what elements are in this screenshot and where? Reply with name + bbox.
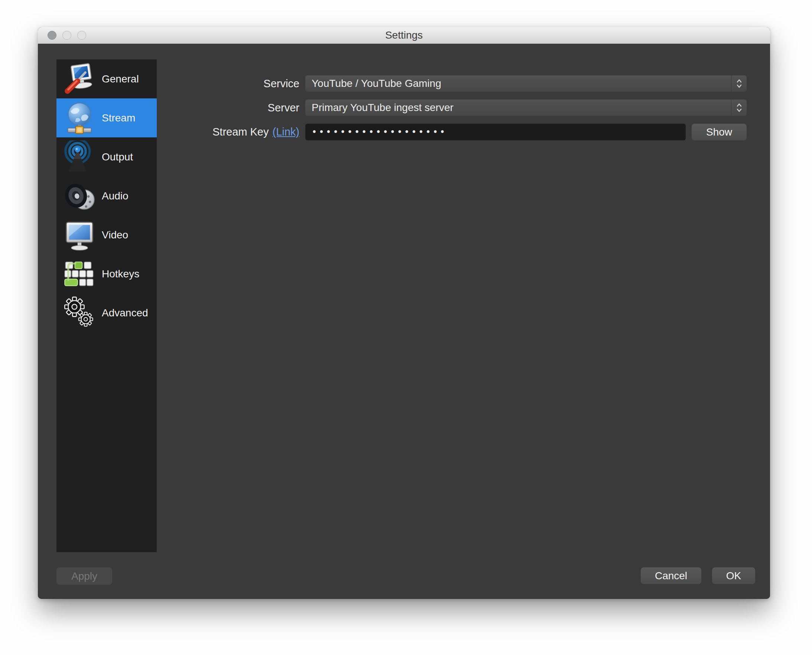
server-dropdown[interactable]: Primary YouTube ingest server bbox=[305, 100, 747, 116]
sidebar-item-video[interactable]: Video bbox=[57, 215, 157, 254]
settings-content: General bbox=[38, 44, 770, 599]
ok-button[interactable]: OK bbox=[712, 567, 755, 584]
cancel-button[interactable]: Cancel bbox=[641, 567, 701, 584]
stream-key-row: Stream Key (Link) Show bbox=[38, 124, 770, 140]
sidebar-item-audio[interactable]: Audio bbox=[57, 176, 157, 215]
window-title: Settings bbox=[385, 29, 423, 41]
stream-key-label: Stream Key bbox=[213, 126, 269, 138]
sidebar-item-hotkeys[interactable]: Hotkeys bbox=[57, 254, 157, 293]
server-row: Server Primary YouTube ingest server bbox=[38, 100, 770, 116]
service-row: Service YouTube / YouTube Gaming bbox=[38, 75, 770, 92]
minimize-icon[interactable] bbox=[62, 31, 71, 40]
service-dropdown[interactable]: YouTube / YouTube Gaming bbox=[305, 75, 747, 92]
apply-button[interactable]: Apply bbox=[57, 567, 112, 585]
maximize-icon[interactable] bbox=[77, 31, 86, 40]
sidebar-item-label: Output bbox=[102, 151, 133, 163]
show-key-button[interactable]: Show bbox=[692, 124, 747, 140]
output-broadcast-icon bbox=[62, 139, 97, 175]
sidebar-item-label: Hotkeys bbox=[102, 268, 139, 280]
settings-window: Settings bbox=[38, 27, 770, 599]
service-label: Service bbox=[263, 75, 299, 92]
hotkeys-keyboard-icon bbox=[62, 256, 97, 292]
audio-speaker-icon bbox=[62, 178, 97, 214]
stream-key-link[interactable]: (Link) bbox=[272, 126, 299, 138]
server-dropdown-stepper-icon[interactable] bbox=[731, 100, 747, 116]
traffic-lights bbox=[48, 31, 86, 40]
sidebar-item-label: Video bbox=[102, 229, 128, 241]
titlebar: Settings bbox=[38, 27, 770, 44]
sidebar-item-label: Audio bbox=[102, 190, 128, 202]
sidebar-item-advanced[interactable]: Advanced bbox=[57, 293, 157, 332]
stream-key-input[interactable] bbox=[305, 124, 686, 140]
service-dropdown-value: YouTube / YouTube Gaming bbox=[305, 78, 731, 89]
service-dropdown-stepper-icon[interactable] bbox=[731, 75, 747, 92]
video-monitor-icon bbox=[62, 217, 97, 253]
sidebar-item-output[interactable]: Output bbox=[57, 137, 157, 176]
sidebar-item-label: Advanced bbox=[102, 307, 148, 319]
advanced-gears-icon bbox=[62, 295, 97, 331]
close-icon[interactable] bbox=[48, 31, 57, 40]
server-dropdown-value: Primary YouTube ingest server bbox=[305, 102, 731, 114]
server-label: Server bbox=[268, 100, 299, 116]
